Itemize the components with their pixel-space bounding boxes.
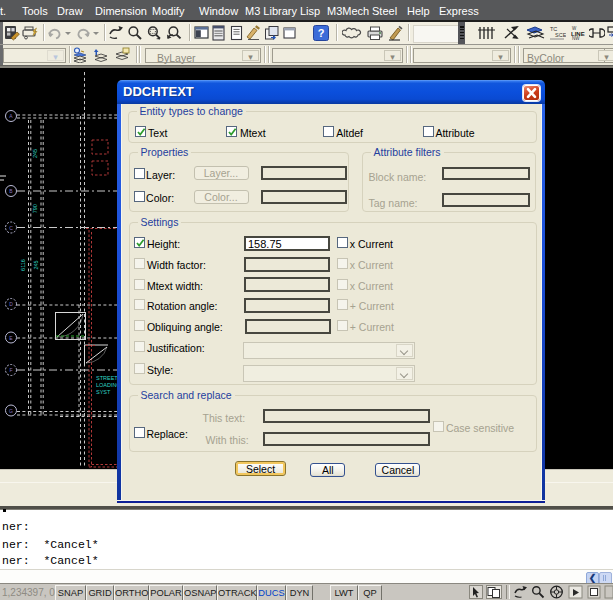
svg-text:SYST: SYST: [96, 389, 111, 395]
svg-text:C: C: [9, 225, 13, 231]
svg-text:G: G: [9, 408, 13, 414]
svg-text:B: B: [9, 188, 13, 194]
svg-text:STREET: STREET: [96, 375, 118, 381]
svg-text:NW: NW: [572, 36, 580, 41]
svg-text:6116: 6116: [20, 259, 26, 271]
svg-text:SCE: SCE: [555, 32, 566, 38]
svg-text:245: 245: [32, 149, 38, 158]
svg-text:245: 245: [33, 260, 39, 269]
svg-text:A: A: [9, 113, 13, 119]
svg-text:790: 790: [33, 204, 39, 213]
svg-text:E: E: [9, 335, 13, 341]
svg-text:F: F: [9, 367, 12, 373]
svg-text:?: ?: [318, 27, 325, 39]
svg-text:D: D: [9, 301, 13, 307]
